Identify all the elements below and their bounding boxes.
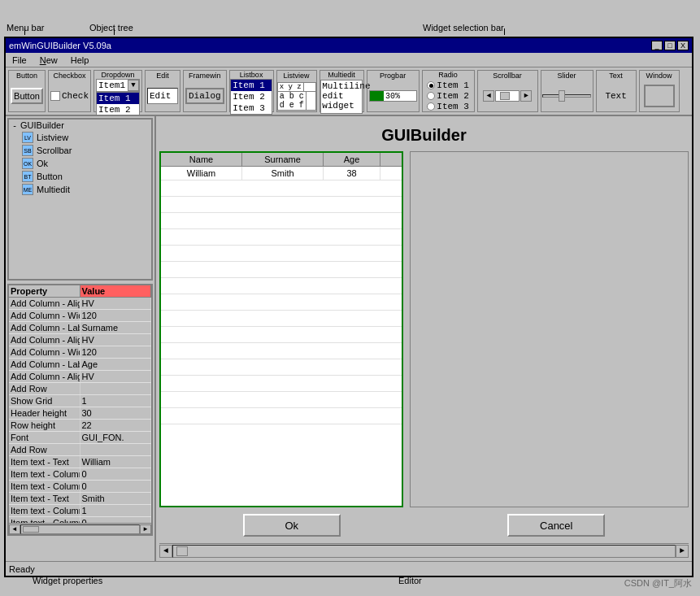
section-label-multiedit: Multiedit xyxy=(320,71,363,79)
prop-row-1[interactable]: Add Column - Width 120 xyxy=(9,310,151,322)
section-label-button: Button xyxy=(9,71,45,80)
radio-label-3: Item 3 xyxy=(437,102,469,111)
section-content-multiedit: Multiline edit widget xyxy=(320,79,363,115)
widget-section-scrollbar: Scrollbar ◄ ► xyxy=(477,70,538,112)
minimize-button[interactable]: _ xyxy=(651,41,663,50)
props-scroll-left[interactable]: ◄ xyxy=(9,524,20,534)
prop-row-15[interactable]: Item text - Column 0 xyxy=(9,481,151,493)
tree-icon-multiedit: ME xyxy=(22,184,33,195)
prop-row-8[interactable]: Show Grid 1 xyxy=(9,395,151,407)
section-label-scrollbar: Scrollbar xyxy=(478,71,537,80)
edit-widget[interactable] xyxy=(147,88,178,104)
editor-scroll-left[interactable]: ◄ xyxy=(159,545,172,558)
radio-item-1[interactable]: Item 1 xyxy=(427,80,469,90)
prop-row-13[interactable]: Item text - Text William xyxy=(9,456,151,468)
widget-section-window: Window xyxy=(639,70,680,112)
tree-item-button[interactable]: BT Button xyxy=(9,170,151,183)
prop-row-9[interactable]: Header height 30 xyxy=(9,407,151,420)
multiedit-widget[interactable]: Multiline edit widget xyxy=(320,80,363,114)
radio-1[interactable] xyxy=(427,81,435,89)
tree-item-scrollbar[interactable]: SB Scrollbar xyxy=(9,144,151,157)
menu-file[interactable]: File xyxy=(9,54,30,66)
tree-item-guibuilder[interactable]: - GUIBuilder xyxy=(9,120,151,131)
editor-scroll-right[interactable]: ► xyxy=(676,545,689,558)
editor-listview-row-1[interactable]: William Smith 38 xyxy=(161,167,402,181)
radio-widget[interactable]: Item 1 Item 2 Item 3 xyxy=(427,80,469,111)
checkbox-widget[interactable]: Check xyxy=(50,91,89,101)
radio-item-3[interactable]: Item 3 xyxy=(427,102,469,111)
prop-row-12[interactable]: Add Row xyxy=(9,444,151,456)
elv-col-age: Age xyxy=(324,153,380,166)
prop-cell-name-6: Add Column - Align xyxy=(9,371,80,382)
prop-row-5[interactable]: Add Column - Label Age xyxy=(9,359,151,371)
prop-row-14[interactable]: Item text - Column 0 xyxy=(9,468,151,481)
scroll-left-btn[interactable]: ◄ xyxy=(483,90,494,102)
prop-cell-name-9: Header height xyxy=(9,407,80,419)
listbox-item-2[interactable]: Item 2 xyxy=(231,91,272,102)
close-button[interactable]: X xyxy=(677,41,689,50)
tree-item-multiedit[interactable]: ME Multiedit xyxy=(9,183,151,196)
slider-widget[interactable] xyxy=(542,90,591,102)
ok-button[interactable]: Ok xyxy=(243,514,341,537)
prop-row-2[interactable]: Add Column - Label Surname xyxy=(9,322,151,334)
prop-row-18[interactable]: Item text - Column 0 xyxy=(9,517,151,523)
prop-row-0[interactable]: Add Column - Align HV xyxy=(9,298,151,310)
dropdown-arrow[interactable]: ▼ xyxy=(128,80,139,91)
prop-row-4[interactable]: Add Column - Width 120 xyxy=(9,346,151,359)
prop-cell-val-8: 1 xyxy=(80,395,152,407)
radio-item-2[interactable]: Item 2 xyxy=(427,91,469,101)
listbox-widget[interactable]: Item 1 Item 2 Item 3 xyxy=(230,79,272,115)
section-content-button[interactable]: Button xyxy=(9,80,45,111)
prop-cell-val-14: 0 xyxy=(80,468,152,480)
listbox-item-1[interactable]: Item 1 xyxy=(231,80,272,91)
prop-row-10[interactable]: Row height 22 xyxy=(9,420,151,432)
progbar-widget[interactable]: 30% xyxy=(369,90,417,102)
dropdown-top[interactable]: Item1 ▼ xyxy=(96,79,140,92)
prop-cell-val-7 xyxy=(80,383,152,394)
scrollbar-widget[interactable]: ◄ ► xyxy=(483,90,532,102)
menu-help[interactable]: Help xyxy=(67,54,93,66)
dropdown-item-1[interactable]: Item 1 xyxy=(97,93,139,104)
editor-listview-empty-10 xyxy=(161,327,402,343)
text-widget[interactable]: Text xyxy=(603,89,628,102)
menu-new[interactable]: New xyxy=(37,54,61,66)
prop-cell-val-5: Age xyxy=(80,359,152,370)
props-scroll-right[interactable]: ► xyxy=(140,524,151,534)
section-label-edit: Edit xyxy=(146,71,180,80)
props-header: Property Value xyxy=(9,285,151,298)
window-widget[interactable] xyxy=(644,85,675,107)
slider-thumb[interactable] xyxy=(559,90,565,102)
tree-item-ok[interactable]: OK Ok xyxy=(9,157,151,170)
editor-scroll-thumb[interactable] xyxy=(176,546,188,556)
listview-row-2: d e f xyxy=(278,101,315,110)
cancel-button[interactable]: Cancel xyxy=(507,514,605,537)
scroll-right-btn[interactable]: ► xyxy=(520,90,532,102)
tree-item-listview[interactable]: LV Listview xyxy=(9,131,151,144)
section-label-listbox: Listbox xyxy=(230,71,273,79)
maximize-button[interactable]: □ xyxy=(664,41,676,50)
widget-selection-bar: Button Button Checkbox Check Dropdown It… xyxy=(6,67,692,116)
tree-expand-guibuilder[interactable]: - xyxy=(11,120,19,130)
framewin-widget[interactable]: Dialog xyxy=(185,88,224,104)
prop-row-11[interactable]: Font GUI_FON. xyxy=(9,432,151,444)
button-widget[interactable]: Button xyxy=(11,88,43,104)
prop-row-6[interactable]: Add Column - Align HV xyxy=(9,371,151,383)
prop-cell-name-5: Add Column - Label xyxy=(9,359,80,370)
props-body[interactable]: Add Column - Align HV Add Column - Width… xyxy=(9,298,151,523)
prop-row-17[interactable]: Item text - Column 1 xyxy=(9,505,151,517)
editor-listview[interactable]: Name Surname Age William Smith 38 xyxy=(159,151,403,507)
prop-row-3[interactable]: Add Column - Align HV xyxy=(9,334,151,346)
scroll-thumb[interactable] xyxy=(500,92,510,100)
slider-track xyxy=(542,94,591,98)
status-text: Ready xyxy=(9,564,35,574)
prop-row-16[interactable]: Item text - Text Smith xyxy=(9,493,151,505)
radio-3[interactable] xyxy=(427,102,435,111)
prop-row-7[interactable]: Add Row xyxy=(9,383,151,395)
props-scroll-thumb[interactable] xyxy=(23,526,39,533)
radio-2[interactable] xyxy=(427,92,435,100)
content-area: - GUIBuilder LV Listview SB Scrollbar OK… xyxy=(6,116,692,561)
listview-widget[interactable]: x y z a b c d e f xyxy=(277,82,316,111)
prop-cell-name-11: Font xyxy=(9,432,80,443)
dropdown-item-2[interactable]: Item 2 xyxy=(97,104,139,115)
listbox-item-3[interactable]: Item 3 xyxy=(231,102,272,114)
